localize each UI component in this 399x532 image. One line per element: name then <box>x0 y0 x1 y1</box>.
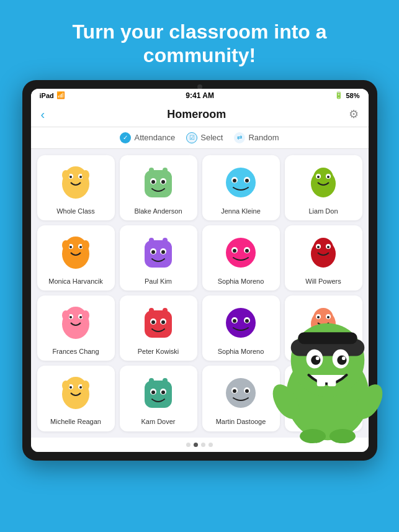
svg-point-102 <box>317 386 320 389</box>
student-avatar <box>137 232 179 274</box>
svg-point-4 <box>69 176 72 178</box>
svg-point-50 <box>317 246 320 248</box>
svg-point-97 <box>245 389 249 393</box>
student-name: Jenna Kleine <box>221 207 261 215</box>
settings-icon[interactable]: ⚙ <box>349 107 359 121</box>
student-card[interactable]: Sophia Moreno <box>202 225 280 291</box>
random-label: Random <box>248 133 279 142</box>
svg-rect-13 <box>149 168 154 174</box>
student-name: Sophia Moreno <box>218 348 264 356</box>
svg-point-70 <box>233 319 236 323</box>
student-name: Michelle Reagan <box>50 418 101 426</box>
ipad-label: iPad <box>40 92 54 99</box>
select-label: Select <box>200 133 223 142</box>
svg-point-64 <box>161 320 165 324</box>
student-name: Sophia Moreno <box>218 277 264 286</box>
student-card[interactable]: Manoj Lamba <box>285 366 362 431</box>
svg-point-5 <box>79 176 82 178</box>
status-right: 🔋 58% <box>334 91 359 99</box>
dot-3 <box>201 443 205 447</box>
svg-rect-91 <box>149 378 154 384</box>
attendance-icon: ✓ <box>120 132 131 143</box>
svg-rect-92 <box>163 378 168 384</box>
attendance-button[interactable]: ✓ Attendance <box>120 132 175 143</box>
random-icon: ⇄ <box>234 132 245 143</box>
select-button[interactable]: ☑ Select <box>186 132 223 143</box>
svg-point-63 <box>151 320 155 324</box>
random-button[interactable]: ⇄ Random <box>234 132 279 143</box>
svg-point-84 <box>62 381 69 390</box>
student-name: Will Powers <box>305 277 341 286</box>
student-card[interactable]: Peter Kowiski <box>120 295 197 361</box>
student-card[interactable]: Paul Kim <box>120 225 197 291</box>
student-name: Paul Kim <box>145 277 172 286</box>
student-card[interactable]: Will Powers <box>285 225 362 291</box>
svg-point-67 <box>226 308 256 338</box>
student-name: Whole Class <box>56 207 95 215</box>
wifi-icon: 📶 <box>56 91 65 99</box>
nav-bar: ‹ Homeroom ⚙ <box>31 102 369 127</box>
student-card[interactable]: Michelle Reagan <box>37 366 115 431</box>
svg-rect-34 <box>145 240 172 268</box>
student-card[interactable]: Jenna Kleine <box>202 155 280 220</box>
svg-point-12 <box>161 180 165 184</box>
dot-4 <box>208 443 213 447</box>
svg-point-41 <box>226 238 256 268</box>
svg-point-85 <box>82 381 89 390</box>
student-card[interactable]: Whole Class <box>37 155 115 220</box>
svg-point-37 <box>151 250 155 254</box>
svg-point-90 <box>161 390 165 394</box>
battery-icon: 🔋 <box>334 91 343 99</box>
student-card[interactable]: Kam Dover <box>120 366 197 431</box>
student-card[interactable]: Monica Harvancik <box>37 225 115 291</box>
svg-point-33 <box>82 240 89 250</box>
student-avatar <box>55 302 97 344</box>
svg-rect-65 <box>149 308 154 314</box>
student-card[interactable]: Blake Anderson <box>120 155 197 220</box>
student-avatar <box>220 232 262 274</box>
student-card[interactable]: Frances Chang <box>37 295 115 361</box>
status-time: 9:41 AM <box>186 91 214 100</box>
svg-point-19 <box>245 179 249 183</box>
student-card[interactable]: Liam Don <box>285 155 362 220</box>
tablet: iPad 📶 9:41 AM 🔋 58% ‹ Homeroom ⚙ ✓ <box>22 80 377 461</box>
svg-point-76 <box>317 316 320 318</box>
svg-point-57 <box>79 316 82 318</box>
svg-point-6 <box>62 170 69 180</box>
svg-point-77 <box>327 316 330 318</box>
student-name: Martin Dastooge <box>216 418 266 426</box>
student-avatar <box>220 161 262 204</box>
page-title: Homeroom <box>167 108 226 121</box>
student-avatar <box>302 232 344 274</box>
svg-point-44 <box>233 249 236 253</box>
svg-point-38 <box>161 250 165 254</box>
back-button[interactable]: ‹ <box>41 107 45 122</box>
student-grid: Whole ClassBlake AndersonJenna KleineLia… <box>31 149 369 438</box>
student-name: Frances Chang <box>52 348 99 356</box>
select-icon: ☑ <box>186 132 197 143</box>
svg-rect-60 <box>145 310 172 338</box>
student-card[interactable]: Caville <box>285 295 362 361</box>
svg-point-45 <box>245 249 249 253</box>
svg-point-96 <box>233 389 236 393</box>
svg-point-89 <box>151 390 155 394</box>
svg-point-30 <box>69 246 72 248</box>
hero-title: Turn your classroom into a community! <box>0 0 399 80</box>
svg-point-59 <box>82 310 89 320</box>
student-avatar <box>55 232 97 274</box>
device-wrapper: iPad 📶 9:41 AM 🔋 58% ‹ Homeroom ⚙ ✓ <box>0 80 399 461</box>
student-name: Caville <box>313 348 333 356</box>
student-avatar <box>302 161 344 204</box>
svg-point-24 <box>317 176 320 178</box>
student-card[interactable]: Martin Dastooge <box>202 366 280 431</box>
svg-rect-86 <box>145 381 172 408</box>
student-avatar <box>137 302 179 344</box>
svg-point-56 <box>69 316 72 318</box>
svg-point-18 <box>233 179 236 183</box>
student-name: Monica Harvancik <box>48 277 102 286</box>
svg-point-25 <box>327 176 330 178</box>
student-card[interactable]: Sophia Moreno <box>202 295 280 361</box>
svg-point-83 <box>79 386 82 389</box>
svg-rect-8 <box>145 170 172 197</box>
student-avatar <box>55 372 97 414</box>
